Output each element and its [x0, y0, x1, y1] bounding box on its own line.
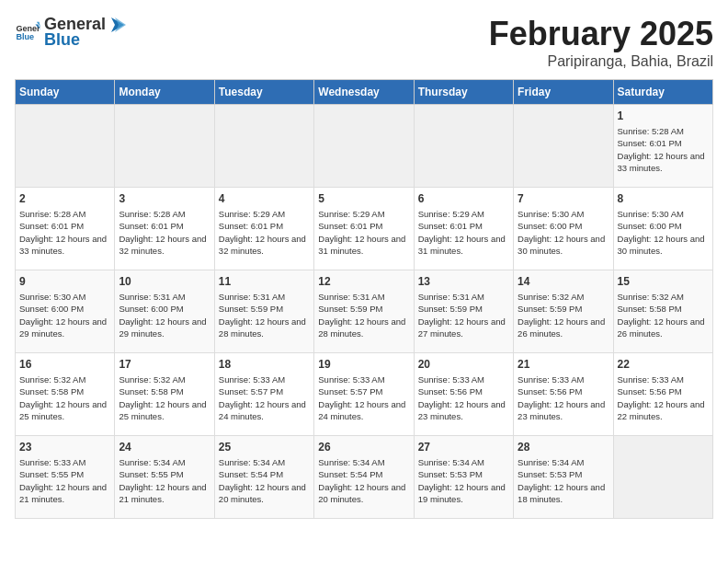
header-day-friday: Friday	[514, 80, 613, 105]
day-number: 10	[119, 275, 210, 288]
day-info: Sunrise: 5:32 AM Sunset: 5:58 PM Dayligh…	[119, 373, 210, 422]
calendar-cell: 28Sunrise: 5:34 AM Sunset: 5:53 PM Dayli…	[514, 436, 613, 519]
day-info: Sunrise: 5:33 AM Sunset: 5:57 PM Dayligh…	[318, 373, 409, 422]
calendar-cell: 13Sunrise: 5:31 AM Sunset: 5:59 PM Dayli…	[414, 270, 513, 353]
calendar-cell: 11Sunrise: 5:31 AM Sunset: 5:59 PM Dayli…	[214, 270, 313, 353]
calendar-table: SundayMondayTuesdayWednesdayThursdayFrid…	[15, 79, 713, 519]
day-number: 25	[219, 441, 310, 454]
day-number: 21	[518, 358, 609, 371]
calendar-cell: 21Sunrise: 5:33 AM Sunset: 5:56 PM Dayli…	[514, 353, 613, 436]
day-number: 13	[418, 275, 509, 288]
calendar-cell: 10Sunrise: 5:31 AM Sunset: 6:00 PM Dayli…	[115, 270, 214, 353]
header-day-thursday: Thursday	[414, 80, 513, 105]
day-number: 7	[518, 192, 609, 205]
header-day-monday: Monday	[115, 80, 214, 105]
calendar-header-row: SundayMondayTuesdayWednesdayThursdayFrid…	[16, 80, 713, 105]
page-header: General Blue General Blue February 2025 …	[15, 15, 713, 70]
calendar-cell: 23Sunrise: 5:33 AM Sunset: 5:55 PM Dayli…	[16, 436, 115, 519]
day-info: Sunrise: 5:29 AM Sunset: 6:01 PM Dayligh…	[418, 208, 509, 257]
day-info: Sunrise: 5:33 AM Sunset: 5:56 PM Dayligh…	[418, 373, 509, 422]
calendar-cell	[414, 105, 513, 188]
calendar-week-row: 2Sunrise: 5:28 AM Sunset: 6:01 PM Daylig…	[16, 188, 713, 270]
day-info: Sunrise: 5:34 AM Sunset: 5:53 PM Dayligh…	[418, 456, 509, 505]
day-number: 5	[318, 192, 409, 205]
day-info: Sunrise: 5:28 AM Sunset: 6:01 PM Dayligh…	[618, 125, 709, 174]
header-day-wednesday: Wednesday	[314, 80, 414, 105]
calendar-cell: 16Sunrise: 5:32 AM Sunset: 5:58 PM Dayli…	[16, 353, 115, 436]
day-number: 8	[618, 192, 709, 205]
page-title: February 2025	[489, 15, 713, 53]
day-number: 14	[518, 275, 609, 288]
day-number: 12	[318, 275, 409, 288]
calendar-cell: 2Sunrise: 5:28 AM Sunset: 6:01 PM Daylig…	[16, 188, 115, 270]
day-number: 26	[318, 441, 409, 454]
day-number: 24	[119, 441, 210, 454]
day-number: 9	[19, 275, 110, 288]
day-info: Sunrise: 5:34 AM Sunset: 5:55 PM Dayligh…	[119, 456, 210, 505]
day-number: 18	[219, 358, 310, 371]
calendar-cell	[613, 436, 712, 519]
calendar-cell	[314, 105, 414, 188]
day-number: 17	[119, 358, 210, 371]
day-info: Sunrise: 5:33 AM Sunset: 5:57 PM Dayligh…	[219, 373, 310, 422]
calendar-cell	[115, 105, 214, 188]
calendar-cell: 17Sunrise: 5:32 AM Sunset: 5:58 PM Dayli…	[115, 353, 214, 436]
day-info: Sunrise: 5:29 AM Sunset: 6:01 PM Dayligh…	[219, 208, 310, 257]
day-info: Sunrise: 5:31 AM Sunset: 6:00 PM Dayligh…	[119, 291, 210, 339]
calendar-cell: 18Sunrise: 5:33 AM Sunset: 5:57 PM Dayli…	[214, 353, 313, 436]
calendar-cell: 25Sunrise: 5:34 AM Sunset: 5:54 PM Dayli…	[214, 436, 313, 519]
day-info: Sunrise: 5:34 AM Sunset: 5:54 PM Dayligh…	[318, 456, 409, 505]
calendar-cell	[16, 105, 115, 188]
title-area: February 2025 Paripiranga, Bahia, Brazil	[489, 15, 713, 70]
calendar-cell: 22Sunrise: 5:33 AM Sunset: 5:56 PM Dayli…	[613, 353, 712, 436]
day-number: 28	[518, 441, 609, 454]
calendar-cell: 12Sunrise: 5:31 AM Sunset: 5:59 PM Dayli…	[314, 270, 414, 353]
calendar-cell: 9Sunrise: 5:30 AM Sunset: 6:00 PM Daylig…	[16, 270, 115, 353]
day-number: 22	[618, 358, 709, 371]
svg-text:Blue: Blue	[16, 32, 34, 41]
day-number: 11	[219, 275, 310, 288]
page-subtitle: Paripiranga, Bahia, Brazil	[489, 53, 713, 70]
calendar-cell	[514, 105, 613, 188]
day-info: Sunrise: 5:30 AM Sunset: 6:00 PM Dayligh…	[618, 208, 709, 257]
day-number: 1	[618, 109, 709, 122]
day-info: Sunrise: 5:31 AM Sunset: 5:59 PM Dayligh…	[418, 291, 509, 339]
day-info: Sunrise: 5:32 AM Sunset: 5:58 PM Dayligh…	[618, 291, 709, 339]
logo-icon: General Blue	[15, 19, 40, 45]
day-info: Sunrise: 5:33 AM Sunset: 5:56 PM Dayligh…	[518, 373, 609, 422]
day-number: 23	[19, 441, 110, 454]
calendar-cell: 1Sunrise: 5:28 AM Sunset: 6:01 PM Daylig…	[613, 105, 712, 188]
day-info: Sunrise: 5:29 AM Sunset: 6:01 PM Dayligh…	[318, 208, 409, 257]
day-number: 4	[219, 192, 310, 205]
day-number: 19	[318, 358, 409, 371]
calendar-cell: 14Sunrise: 5:32 AM Sunset: 5:59 PM Dayli…	[514, 270, 613, 353]
day-info: Sunrise: 5:31 AM Sunset: 5:59 PM Dayligh…	[318, 291, 409, 339]
logo: General Blue General Blue	[15, 15, 126, 50]
day-info: Sunrise: 5:32 AM Sunset: 5:58 PM Dayligh…	[19, 373, 110, 422]
day-number: 20	[418, 358, 509, 371]
calendar-cell: 7Sunrise: 5:30 AM Sunset: 6:00 PM Daylig…	[514, 188, 613, 270]
calendar-cell: 6Sunrise: 5:29 AM Sunset: 6:01 PM Daylig…	[414, 188, 513, 270]
calendar-cell	[214, 105, 313, 188]
calendar-cell: 5Sunrise: 5:29 AM Sunset: 6:01 PM Daylig…	[314, 188, 414, 270]
calendar-cell: 3Sunrise: 5:28 AM Sunset: 6:01 PM Daylig…	[115, 188, 214, 270]
calendar-week-row: 16Sunrise: 5:32 AM Sunset: 5:58 PM Dayli…	[16, 353, 713, 436]
calendar-cell: 20Sunrise: 5:33 AM Sunset: 5:56 PM Dayli…	[414, 353, 513, 436]
day-info: Sunrise: 5:33 AM Sunset: 5:56 PM Dayligh…	[618, 373, 709, 422]
header-day-tuesday: Tuesday	[214, 80, 313, 105]
day-number: 2	[19, 192, 110, 205]
day-number: 15	[618, 275, 709, 288]
calendar-cell: 27Sunrise: 5:34 AM Sunset: 5:53 PM Dayli…	[414, 436, 513, 519]
day-info: Sunrise: 5:32 AM Sunset: 5:59 PM Dayligh…	[518, 291, 609, 339]
calendar-cell: 4Sunrise: 5:29 AM Sunset: 6:01 PM Daylig…	[214, 188, 313, 270]
day-info: Sunrise: 5:28 AM Sunset: 6:01 PM Dayligh…	[19, 208, 110, 257]
day-info: Sunrise: 5:34 AM Sunset: 5:53 PM Dayligh…	[518, 456, 609, 505]
calendar-cell: 19Sunrise: 5:33 AM Sunset: 5:57 PM Dayli…	[314, 353, 414, 436]
header-day-saturday: Saturday	[613, 80, 712, 105]
calendar-cell: 26Sunrise: 5:34 AM Sunset: 5:54 PM Dayli…	[314, 436, 414, 519]
calendar-week-row: 1Sunrise: 5:28 AM Sunset: 6:01 PM Daylig…	[16, 105, 713, 188]
calendar-week-row: 9Sunrise: 5:30 AM Sunset: 6:00 PM Daylig…	[16, 270, 713, 353]
day-info: Sunrise: 5:30 AM Sunset: 6:00 PM Dayligh…	[19, 291, 110, 339]
day-info: Sunrise: 5:31 AM Sunset: 5:59 PM Dayligh…	[219, 291, 310, 339]
day-number: 6	[418, 192, 509, 205]
